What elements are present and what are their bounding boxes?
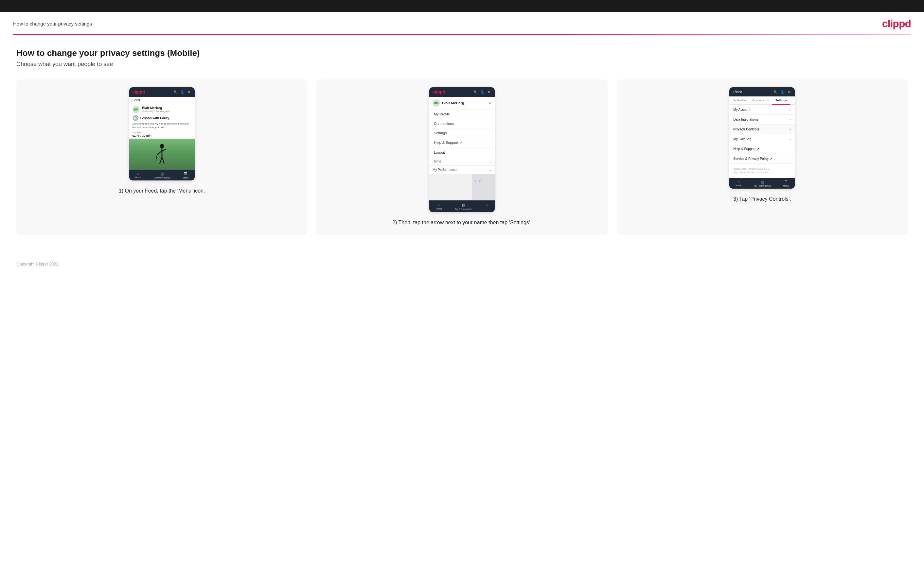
menu-section-home[interactable]: Home ⌄ xyxy=(429,157,495,166)
lesson-icon: ▶ xyxy=(132,115,138,121)
duration-label: Duration xyxy=(132,131,191,134)
step-3-caption: 3) Tap ‘Privacy Controls’. xyxy=(733,195,791,203)
lesson-title: Lesson with Fordy xyxy=(141,116,169,120)
blurred-overlay xyxy=(472,174,495,200)
footer-line1: Clippd Client Version: 2022.8.3-3 xyxy=(733,167,791,171)
settings-back-bar: ‹ Back 🔍 👤 ⚙ xyxy=(729,87,795,97)
duration-value: 01 hr : 30 min xyxy=(132,134,191,137)
screen1-icons: 🔍 👤 ⚙ xyxy=(173,90,191,95)
menu-item-myprofile[interactable]: My Profile xyxy=(429,110,495,119)
page-footer: Copyright Clippd 2022 xyxy=(0,255,924,276)
svg-line-2 xyxy=(157,151,162,155)
screen2-topbar: clippd 🔍 👤 ⚙ xyxy=(429,87,495,97)
svg-line-5 xyxy=(162,157,164,164)
content-area: APP xyxy=(429,174,495,200)
tab-settings[interactable]: Settings xyxy=(772,97,790,105)
screen1-logo: clippd xyxy=(132,90,145,95)
tab-myprofile[interactable]: My Profile xyxy=(729,97,749,105)
bottom-close-btn[interactable]: × × xyxy=(485,202,488,211)
post-user-info: Blair McHarg Yesterday · Sunningdale xyxy=(142,106,170,113)
post-avatar: BM xyxy=(132,106,140,113)
lesson-row: ▶ Lesson with Fordy xyxy=(132,115,191,121)
footer-line2: GQL Server Version: 2022.7.30-1 xyxy=(733,171,791,174)
settings-tabs: My Profile Connections Settings xyxy=(729,97,795,105)
menu-section-performance[interactable]: My Performance ⌄ xyxy=(429,166,495,174)
menu-item-settings[interactable]: Settings xyxy=(429,129,495,138)
screen1-topbar: clippd 🔍 👤 ⚙ xyxy=(129,87,195,97)
post-user-row: BM Blair McHarg Yesterday · Sunningdale xyxy=(132,106,191,113)
settings-icon-2[interactable]: ⚙ xyxy=(487,90,491,95)
page-heading: How to change your privacy settings (Mob… xyxy=(16,48,908,58)
settings-item-service[interactable]: Service & Privacy Policy ↗ xyxy=(729,154,795,164)
logo: clippd xyxy=(882,18,911,30)
menu-item-help[interactable]: Help & Support ↗ xyxy=(429,138,495,148)
phone-screen-1: clippd 🔍 👤 ⚙ Feed BM Blair McHarg Yester… xyxy=(129,87,195,181)
bottom-menu-btn[interactable]: ☰ Menu xyxy=(183,172,189,179)
menu-user-row: BM Blair McHarg ∧ xyxy=(429,97,495,110)
search-icon-3[interactable]: 🔍 xyxy=(773,90,778,94)
svg-point-0 xyxy=(160,144,164,148)
main-content: How to change your privacy settings (Mob… xyxy=(0,35,924,255)
settings-footer: Clippd Client Version: 2022.8.3-3 GQL Se… xyxy=(729,164,795,178)
screen2-logo: clippd xyxy=(433,90,445,95)
bottom-home-btn[interactable]: ⌂ Home xyxy=(135,172,141,179)
golf-image xyxy=(129,139,195,170)
header-title: How to change your privacy settings xyxy=(13,21,92,26)
menu-item-connections[interactable]: Connections xyxy=(429,119,495,129)
bottom-performance-btn-3[interactable]: ▤ My Performance xyxy=(754,180,771,187)
phone-screen-2: clippd 🔍 👤 ⚙ BM Blair McHarg ∧ xyxy=(429,87,495,212)
steps-row: clippd 🔍 👤 ⚙ Feed BM Blair McHarg Yester… xyxy=(16,79,908,235)
bottom-performance-btn[interactable]: ▤ My Performance xyxy=(154,172,170,179)
menu-item-logout[interactable]: Logout xyxy=(429,148,495,157)
copyright-text: Copyright Clippd 2022 xyxy=(16,261,58,266)
search-icon[interactable]: 🔍 xyxy=(173,90,178,95)
svg-line-4 xyxy=(160,157,162,164)
search-icon-2[interactable]: 🔍 xyxy=(473,90,478,95)
bottom-home-btn-2[interactable]: ⌂ Home xyxy=(436,203,442,210)
phone-screen-3: ‹ Back 🔍 👤 ⚙ My Profile Connections Sett… xyxy=(729,87,795,189)
settings-item-privacy[interactable]: Privacy Controls > xyxy=(729,124,795,134)
header: How to change your privacy settings clip… xyxy=(0,12,924,34)
menu-avatar: BM xyxy=(433,99,440,106)
settings-icon-3[interactable]: ⚙ xyxy=(787,90,792,94)
screen1-bottom-bar: ⌂ Home ▤ My Performance ☰ Menu xyxy=(129,170,195,181)
step-3-card: ‹ Back 🔍 👤 ⚙ My Profile Connections Sett… xyxy=(617,79,908,235)
bottom-menu-btn-3[interactable]: ☰ Menu xyxy=(783,180,789,187)
svg-line-6 xyxy=(156,155,157,161)
post-username: Blair McHarg xyxy=(142,106,170,110)
post-text: Looking to feel like my hands are exitin… xyxy=(132,122,191,129)
feed-post: BM Blair McHarg Yesterday · Sunningdale … xyxy=(129,103,195,137)
settings-item-help[interactable]: Help & Support ↗ xyxy=(729,144,795,154)
menu-username: Blair McHarg xyxy=(442,101,464,105)
app-label: APP xyxy=(474,179,481,182)
profile-icon[interactable]: 👤 xyxy=(180,90,184,95)
post-subtitle: Yesterday · Sunningdale xyxy=(142,110,170,113)
screen2-bottom-bar: ⌂ Home ▤ My Performance × × xyxy=(429,200,495,212)
settings-item-golfbag[interactable]: My Golf Bag > xyxy=(729,134,795,144)
step-1-caption: 1) On your Feed, tap the ‘Menu’ icon. xyxy=(119,187,205,195)
svg-line-3 xyxy=(162,149,166,151)
screen3-bottom-bar: ⌂ Home ▤ My Performance ☰ Menu xyxy=(729,178,795,189)
settings-item-data[interactable]: Data Integrations > xyxy=(729,115,795,124)
feed-tab[interactable]: Feed xyxy=(129,97,195,103)
bottom-home-btn-3[interactable]: ⌂ Home xyxy=(735,180,742,187)
settings-icon[interactable]: ⚙ xyxy=(187,90,191,95)
top-bar xyxy=(0,0,924,12)
settings-item-myaccount[interactable]: My Account > xyxy=(729,105,795,115)
page-subheading: Choose what you want people to see xyxy=(16,61,908,68)
bottom-performance-btn-2[interactable]: ▤ My Performance xyxy=(456,203,472,210)
tab-connections[interactable]: Connections xyxy=(749,97,772,105)
screen2-icons: 🔍 👤 ⚙ xyxy=(473,90,491,95)
step-1-card: clippd 🔍 👤 ⚙ Feed BM Blair McHarg Yester… xyxy=(16,79,307,235)
menu-user-left: BM Blair McHarg xyxy=(433,99,464,106)
back-link[interactable]: ‹ Back xyxy=(733,90,742,94)
screen3-icons: 🔍 👤 ⚙ xyxy=(773,90,792,94)
step-2-caption: 2) Then, tap the arrow next to your name… xyxy=(392,219,532,226)
profile-icon-3[interactable]: 👤 xyxy=(780,90,785,94)
expand-arrow[interactable]: ∧ xyxy=(488,101,491,105)
step-2-card: clippd 🔍 👤 ⚙ BM Blair McHarg ∧ xyxy=(317,79,607,235)
golfer-svg xyxy=(154,143,170,168)
profile-icon-2[interactable]: 👤 xyxy=(480,90,485,95)
